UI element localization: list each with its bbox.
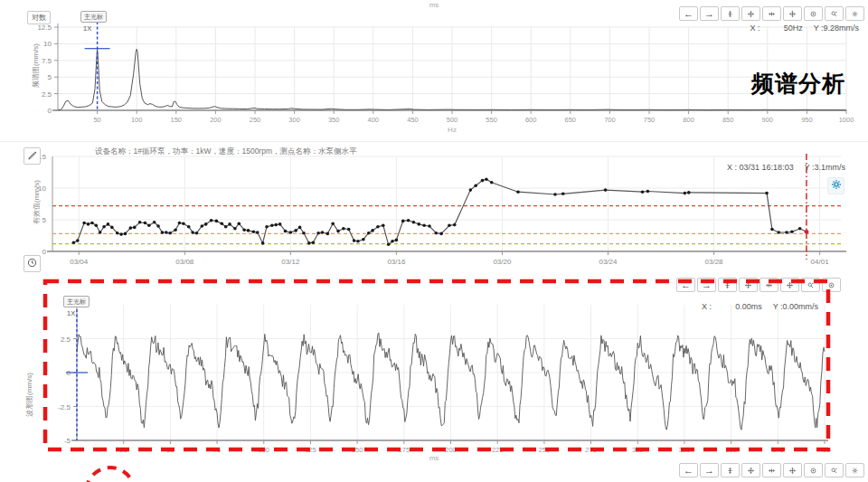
settings-button[interactable]: [845, 6, 864, 21]
clock-icon: [27, 257, 37, 270]
autoscale-icon: [828, 280, 835, 290]
svg-text:700: 700: [604, 116, 616, 124]
zoom-select-icon: [807, 280, 814, 290]
svg-text:500: 500: [447, 116, 458, 124]
autoscale-button[interactable]: [804, 463, 823, 477]
svg-text:275: 275: [585, 446, 597, 454]
compress-horizontal-button[interactable]: [760, 278, 778, 292]
svg-text:250: 250: [250, 116, 261, 124]
waveform-readout-y-value: Y :0.00mm/s: [773, 302, 818, 311]
compress-horizontal-button[interactable]: [762, 6, 781, 21]
zoom-select-button[interactable]: [825, 463, 844, 477]
pan-right-button[interactable]: →: [700, 6, 719, 21]
expand-horizontal-icon: [789, 9, 796, 19]
highlight-circle: [86, 468, 135, 482]
pan-right-button[interactable]: →: [700, 463, 719, 477]
trend-readout-x-value: X : 03/31 16:18:03: [727, 163, 794, 172]
zoom-select-icon: [831, 9, 837, 19]
svg-text:2.5: 2.5: [42, 90, 52, 99]
svg-text:450: 450: [407, 116, 419, 124]
svg-text:600: 600: [525, 116, 537, 124]
svg-text:225: 225: [492, 446, 504, 454]
expand-vertical-button[interactable]: [739, 278, 758, 292]
svg-text:350: 350: [725, 446, 737, 454]
spectrum-y-axis-label: 频谱图(mm/s): [31, 30, 41, 102]
compress-horizontal-icon: [769, 9, 775, 19]
autoscale-button[interactable]: [804, 6, 823, 21]
compress-vertical-button[interactable]: [721, 6, 740, 21]
history-button[interactable]: [24, 255, 41, 272]
svg-text:850: 850: [722, 116, 734, 124]
svg-text:350: 350: [328, 116, 340, 124]
svg-text:50: 50: [93, 116, 100, 124]
svg-text:Hz: Hz: [448, 126, 457, 134]
expand-horizontal-icon: [789, 466, 796, 476]
waveform-primary-cursor-label[interactable]: 主光标: [63, 296, 90, 307]
pan-left-button[interactable]: ←: [676, 278, 695, 292]
svg-text:03/12: 03/12: [281, 258, 300, 266]
log-scale-button[interactable]: 对数: [27, 11, 51, 24]
expand-vertical-button[interactable]: [741, 463, 760, 477]
vibration-analysis-app: ms 02.557.51012.550100150200250300350400…: [0, 0, 868, 482]
svg-text:5: 5: [42, 216, 47, 224]
expand-vertical-icon: [748, 466, 754, 476]
waveform-readout-x-label: X :: [702, 302, 712, 311]
zoom-select-button[interactable]: [801, 278, 820, 292]
compress-vertical-button[interactable]: [721, 463, 740, 477]
svg-text:375: 375: [772, 446, 784, 454]
svg-text:900: 900: [762, 116, 774, 124]
expand-horizontal-button[interactable]: [780, 278, 799, 292]
svg-text:200: 200: [210, 116, 222, 124]
expand-vertical-button[interactable]: [741, 6, 760, 21]
svg-text:100: 100: [258, 446, 269, 454]
svg-text:550: 550: [486, 116, 497, 124]
svg-text:-5: -5: [64, 437, 71, 445]
svg-text:50: 50: [166, 446, 174, 454]
settings-icon: [852, 466, 858, 476]
autoscale-button[interactable]: [822, 278, 841, 292]
svg-text:800: 800: [683, 116, 694, 124]
waveform-cursor-harmonic-label: 1X: [67, 309, 75, 317]
trend-settings-button[interactable]: [827, 177, 844, 194]
svg-text:300: 300: [288, 116, 300, 124]
pan-left-button[interactable]: ←: [679, 463, 698, 477]
compress-vertical-icon: [727, 9, 733, 19]
settings-button[interactable]: [845, 463, 864, 477]
pan-right-button[interactable]: →: [697, 278, 716, 292]
settings-icon: [852, 9, 858, 19]
svg-text:175: 175: [399, 446, 410, 454]
expand-horizontal-button[interactable]: [783, 6, 802, 21]
expand-horizontal-icon: [787, 280, 793, 290]
compress-vertical-button[interactable]: [718, 278, 737, 292]
expand-horizontal-button[interactable]: [783, 463, 802, 477]
spectrum-readout-y-value: Y :9.28mm/s: [814, 24, 859, 33]
svg-text:0: 0: [48, 107, 52, 115]
waveform-readout-x-value: 0.00ms: [735, 302, 762, 311]
expand-vertical-icon: [748, 9, 754, 19]
panel-separator: [0, 141, 868, 142]
svg-text:-2.5: -2.5: [58, 403, 71, 411]
compress-horizontal-button[interactable]: [762, 463, 781, 477]
spectrum-analysis-title: 频谱分析: [751, 69, 845, 99]
svg-text:03/28: 03/28: [705, 258, 724, 266]
svg-text:300: 300: [632, 446, 644, 454]
waveform-cursor-readout: X :0.00msY :0.00mm/s: [702, 302, 818, 311]
svg-text:950: 950: [801, 116, 813, 124]
trend-y-axis-label: 有效值(mm/s): [32, 166, 42, 239]
zoom-select-button[interactable]: [825, 6, 844, 21]
svg-text:03/04: 03/04: [70, 258, 89, 266]
svg-text:100: 100: [131, 116, 143, 124]
svg-text:7.5: 7.5: [42, 57, 52, 65]
gear-icon: [831, 179, 842, 193]
edit-button[interactable]: [24, 147, 41, 165]
pan-left-button[interactable]: ←: [679, 6, 698, 21]
spectrum-cursor-harmonic-label: 1X: [83, 24, 91, 33]
spectrum-primary-cursor-label[interactable]: 主光标: [80, 11, 107, 23]
svg-text:1000: 1000: [839, 116, 854, 124]
svg-text:0: 0: [42, 248, 47, 256]
svg-text:200: 200: [445, 446, 457, 454]
svg-text:03/20: 03/20: [493, 258, 512, 266]
svg-text:325: 325: [679, 446, 691, 454]
waveform-toolbar: ←→: [676, 278, 841, 292]
waveform-x-axis-unit: ms: [0, 454, 868, 462]
